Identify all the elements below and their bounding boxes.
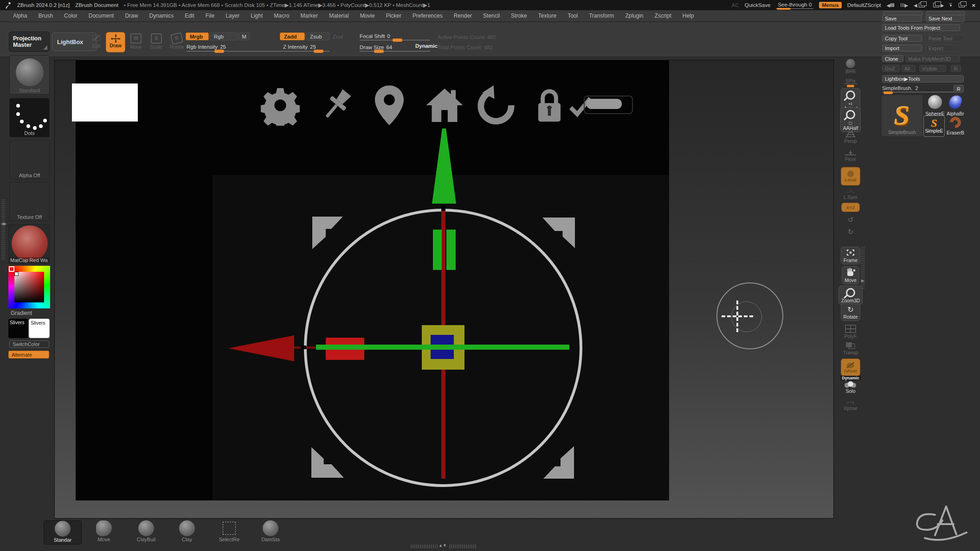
tray-expand-icon[interactable]: ▶ xyxy=(861,278,864,283)
solo-dynamic-group[interactable]: Dynamic Solo xyxy=(838,376,863,394)
focal-shift-handle[interactable] xyxy=(393,38,402,42)
divider-left-icon[interactable]: ◀ xyxy=(887,3,895,8)
menu-draw[interactable]: Draw xyxy=(119,13,143,19)
import-button[interactable]: Import xyxy=(882,45,922,51)
current-brush-standard[interactable]: Standard xyxy=(9,55,50,95)
menu-texture[interactable]: Texture xyxy=(533,13,562,19)
active-tool-thumbnail[interactable]: S SimpleBrush xyxy=(881,95,923,137)
scale-mode-button[interactable]: S Scale xyxy=(146,33,167,50)
spix-slider[interactable]: SPix xyxy=(838,78,863,87)
menu-light[interactable]: Light xyxy=(245,13,268,19)
ghost-button[interactable]: Ghost xyxy=(838,359,863,376)
zoom3d-button[interactable]: Zoom3D xyxy=(838,286,863,305)
location-pin-icon[interactable] xyxy=(370,83,409,127)
hue-selector[interactable] xyxy=(9,266,14,272)
layout-next-icon[interactable]: ▶ xyxy=(932,3,944,8)
restore-icon[interactable] xyxy=(959,3,965,7)
rotate-mode-button[interactable]: R Rotate xyxy=(167,33,187,50)
alternate-button[interactable]: Alternate xyxy=(8,351,49,359)
zcut-toggle[interactable]: Zcut xyxy=(333,34,343,39)
z-intensity-handle[interactable] xyxy=(314,50,323,53)
goz-visible-button[interactable]: Visible xyxy=(919,65,946,72)
switch-color-button[interactable]: SwitchColor xyxy=(9,340,49,348)
floor-button[interactable]: Floor xyxy=(838,149,863,162)
document-canvas[interactable] xyxy=(54,60,834,519)
toggle-bar-icon[interactable] xyxy=(587,99,622,109)
bottom-brush-claybuildup[interactable]: ClayBuil xyxy=(127,520,165,545)
current-material-matcap[interactable]: MatCap Red Wa xyxy=(8,224,50,264)
secondary-color-swatch[interactable]: Slivers xyxy=(29,319,50,338)
xpose-button[interactable]: ⌐·¬ Xpose xyxy=(838,400,863,411)
tool-name-slider[interactable]: SimpleBrush. 2 xyxy=(882,85,954,92)
rgb-intensity-slider[interactable]: Rgb Intensity25 xyxy=(187,44,226,50)
bottom-divider-left[interactable] xyxy=(411,545,438,548)
menu-movie[interactable]: Movie xyxy=(355,13,380,19)
close-icon[interactable]: × xyxy=(972,2,975,9)
tool-alphabrush[interactable]: AlphaBr xyxy=(946,95,965,115)
green-handle-bar-right[interactable] xyxy=(446,230,456,270)
menu-material[interactable]: Material xyxy=(323,13,355,19)
bottom-brush-move[interactable]: Move xyxy=(85,520,123,545)
zadd-toggle[interactable]: Zadd xyxy=(280,32,305,40)
move-mode-button[interactable]: M Move xyxy=(126,33,146,50)
z-intensity-slider[interactable]: Z Intensity25 xyxy=(283,44,316,50)
polyf-button[interactable]: PolyF xyxy=(838,325,863,339)
projection-master-button[interactable]: Projection Master xyxy=(9,32,50,52)
bottom-brush-selectrect[interactable]: SelectRe xyxy=(210,520,248,545)
export-button[interactable]: Export xyxy=(926,45,954,51)
spin-left-button[interactable]: ↺ xyxy=(838,216,863,224)
move-view-button[interactable]: Move xyxy=(838,266,863,284)
bpr-button[interactable]: BPR xyxy=(838,59,863,74)
dynamic-label[interactable]: Dynamic xyxy=(415,43,438,49)
spin-right-button[interactable]: ↻ xyxy=(838,228,863,236)
layout-prev-icon[interactable]: ◀ xyxy=(914,3,926,8)
menu-layer[interactable]: Layer xyxy=(220,13,245,19)
rgb-intensity-handle[interactable] xyxy=(214,50,224,53)
save-tool-button[interactable]: Save xyxy=(882,15,922,22)
draw-size-handle[interactable] xyxy=(374,50,384,53)
left-tray-divider[interactable] xyxy=(1,199,5,260)
lightbox-tools-button[interactable]: Lightbox▶Tools xyxy=(882,75,964,83)
bottom-brush-damstandard[interactable]: DamSta xyxy=(251,520,290,545)
bottom-brush-clay[interactable]: Clay xyxy=(168,520,206,545)
menu-document[interactable]: Document xyxy=(83,13,120,19)
xyz-button[interactable]: XYZ xyxy=(838,203,863,212)
sv-selector[interactable] xyxy=(14,272,19,276)
menu-alpha[interactable]: Alpha xyxy=(7,13,33,19)
color-picker[interactable] xyxy=(8,266,50,308)
primary-color-swatch[interactable]: Slivers xyxy=(8,319,28,338)
tool-r-button[interactable]: R xyxy=(954,85,964,93)
save-next-button[interactable]: Save Next xyxy=(926,15,965,22)
current-texture-off[interactable]: Texture Off xyxy=(9,182,50,221)
tool-simplebrush-small[interactable]: S SimpleE xyxy=(923,115,945,137)
transp-button[interactable]: Transp xyxy=(838,342,863,355)
menu-file[interactable]: File xyxy=(200,13,220,19)
tool-eraserbrush[interactable]: EraserB xyxy=(946,116,965,136)
copy-tool-button[interactable]: Copy Tool xyxy=(882,35,922,42)
menu-help[interactable]: Help xyxy=(677,13,700,19)
clone-button[interactable]: Clone xyxy=(882,55,903,62)
tray-collapse-icon[interactable]: ◀▶ xyxy=(1,222,6,226)
divider-right-icon[interactable]: ▶ xyxy=(900,3,908,8)
pushpin-icon[interactable] xyxy=(317,85,356,126)
tray-updown-icon[interactable]: ▲▼ xyxy=(438,543,447,548)
paste-tool-button[interactable]: Paste Tool xyxy=(926,35,965,42)
see-through-slider[interactable]: See-through 0 xyxy=(776,2,813,9)
minimize-icon[interactable]: ▾ xyxy=(949,3,952,7)
bottom-brush-standard[interactable]: Standar xyxy=(44,520,82,545)
menu-stroke[interactable]: Stroke xyxy=(505,13,533,19)
menu-dynamics[interactable]: Dynamics xyxy=(143,13,179,19)
gear-icon[interactable] xyxy=(261,85,300,126)
padlock-icon[interactable] xyxy=(531,85,568,126)
goz-all-button[interactable]: All xyxy=(902,65,916,72)
goz-button[interactable]: GoZ xyxy=(882,65,900,72)
m-toggle[interactable]: M xyxy=(239,32,250,40)
menu-color[interactable]: Color xyxy=(58,13,83,19)
menu-preferences[interactable]: Preferences xyxy=(407,13,448,19)
bottom-divider-right[interactable] xyxy=(449,545,476,548)
zsub-toggle[interactable]: Zsub xyxy=(306,32,330,40)
menu-zscript[interactable]: Zscript xyxy=(649,13,677,19)
load-tools-from-project-button[interactable]: Load Tools From Project xyxy=(882,24,960,31)
aahalf-button[interactable]: ▢AAHalf xyxy=(838,108,863,132)
default-zscript-button[interactable]: DefaultZScript xyxy=(847,2,881,8)
